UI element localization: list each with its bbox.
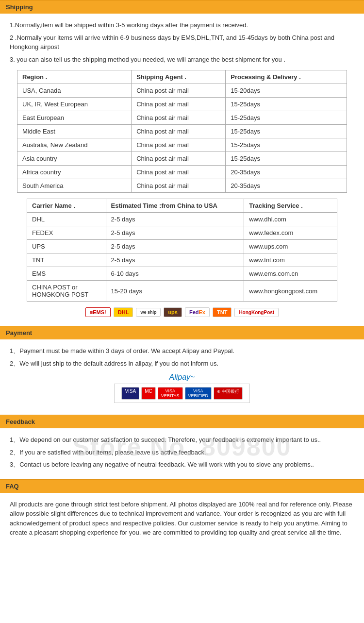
shipping-cell: 20-35days [226,179,347,193]
shipping-cell: USA, Canada [17,84,132,98]
shipping-cell: China post air mail [132,179,226,193]
feedback-title: Feedback [6,418,35,425]
col-tracking: Tracking Service . [244,199,337,213]
carrier-row: CHINA POST or HONGKONG POST15-20 dayswww… [27,281,337,302]
veritas-logo: VISAVERITAS [158,387,183,400]
carrier-cell: 15-20 days [106,281,244,302]
faq-text: All products are gone through strict tes… [10,500,354,538]
tnt-logo: TNT [213,307,232,317]
shipping-row: Asia countryChina post air mail15-25days [17,152,347,166]
shipping-cell: 20-35days [226,166,347,179]
col-delivery: Processing & Delivery . [226,70,347,84]
carrier-cell: UPS [27,240,106,253]
carrier-cell: 2-5 days [106,253,244,267]
shipping-cell: China post air mail [132,98,226,111]
shipping-row: Middle EastChina post air mail15-25days [17,125,347,138]
shipping-row: Australia, New ZealandChina post air mai… [17,138,347,152]
carrier-row: DHL2-5 dayswww.dhl.com [27,213,337,226]
carrier-cell: TNT [27,253,106,267]
payment-header: Payment [0,326,364,339]
shipping-cell: UK, IR, West European [17,98,132,111]
shipping-cell: Australia, New Zealand [17,138,132,152]
carrier-cell: 2-5 days [106,226,244,240]
payment-bullet-1: 1、Payment must be made within 3 days of … [10,346,354,356]
shipping-cell: 15-25days [226,98,347,111]
shipping-cell: Africa country [17,166,132,179]
feedback-header: Feedback [0,415,364,428]
shipping-cell: 15-25days [226,125,347,138]
shipping-section: Shipping 1.Normally,item will be shipped… [0,0,364,326]
shipping-cell: Asia country [17,152,132,166]
shipping-bullet-3: 3. you can also tell us the shipping met… [10,55,354,65]
carrier-cell: EMS [27,267,106,281]
col-region: Region . [17,70,132,84]
carrier-cell: DHL [27,213,106,226]
carrier-cell: www.dhl.com [244,213,337,226]
feedback-content: Store No. 809800 1、We depend on our cust… [0,428,364,479]
shipping-cell: China post air mail [132,125,226,138]
ems-logo: ≡EMS! [85,307,111,317]
feedback-section: Feedback Store No. 809800 1、We depend on… [0,415,364,479]
carrier-cell: www.ems.com.cn [244,267,337,281]
shipping-title: Shipping [6,3,33,11]
payment-content: 1、Payment must be made within 3 days of … [0,339,364,415]
col-agent: Shipping Agent . [132,70,226,84]
shipping-row: East EuropeanChina post air mail15-25day… [17,111,347,125]
payment-bullet-2: 2、We will just ship to the default addre… [10,359,354,369]
carrier-table: Carrier Name . Estimated Time :from Chin… [27,199,337,302]
mastercard-logo: MC [141,387,156,400]
carrier-cell: 2-5 days [106,213,244,226]
shipping-cell: Middle East [17,125,132,138]
carrier-cell: 6-10 days [106,267,244,281]
icbc-logo: ⊕ 中国银行 [214,387,243,400]
alipay-title: Alipay~ [10,373,354,382]
carrier-cell: 2-5 days [106,240,244,253]
faq-content: All products are gone through strict tes… [0,493,364,547]
shipping-cell: China post air mail [132,138,226,152]
carrier-cell: www.ups.com [244,240,337,253]
carrier-cell: www.hongkongpost.com [244,281,337,302]
shipping-row: UK, IR, West EuropeanChina post air mail… [17,98,347,111]
feedback-bullet-1: 1、We depend on our customer satisfaction… [10,435,354,445]
shipping-row: Africa countryChina post air mail20-35da… [17,166,347,179]
shipping-cell: China post air mail [132,84,226,98]
payment-title: Payment [6,329,32,337]
feedback-bullet-3: 3、Contact us before leaving any negative… [10,460,354,470]
carrier-cell: CHINA POST or HONGKONG POST [27,281,106,302]
we-ship-logo: we ship [136,308,161,317]
alipay-logos: VISA MC VISAVERITAS VISAVERIFIED ⊕ 中国银行 [121,387,242,400]
faq-section: FAQ All products are gone through strict… [0,479,364,547]
carrier-cell: FEDEX [27,226,106,240]
carrier-cell: www.tnt.com [244,253,337,267]
faq-title: FAQ [6,483,19,490]
col-carrier: Carrier Name . [27,199,106,213]
shipping-content: 1.Normally,item will be shipped within 3… [0,14,364,326]
carrier-row: EMS6-10 dayswww.ems.com.cn [27,267,337,281]
carrier-logos: ≡EMS! DHL we ship ups FedEx TNT HongKong… [10,307,354,317]
hkpost-logo: HongKongPost [234,308,279,317]
payment-section: Payment 1、Payment must be made within 3 … [0,326,364,415]
faq-header: FAQ [0,479,364,493]
shipping-cell: China post air mail [132,111,226,125]
ups-logo: ups [164,307,182,317]
shipping-cell: 15-25days [226,111,347,125]
carrier-row: UPS2-5 dayswww.ups.com [27,240,337,253]
shipping-header: Shipping [0,0,364,14]
carrier-cell: www.fedex.com [244,226,337,240]
shipping-bullet-1: 1.Normally,item will be shipped within 3… [10,20,354,30]
shipping-cell: China post air mail [132,166,226,179]
shipping-cell: South America [17,179,132,193]
shipping-cell: 15-25days [226,138,347,152]
feedback-bullet-2: 2、If you are satisfied with our items, p… [10,448,354,457]
shipping-row: South AmericaChina post air mail20-35day… [17,179,347,193]
visa-logo: VISA [121,387,139,400]
shipping-cell: 15-25days [226,152,347,166]
shipping-cell: 15-20days [226,84,347,98]
shipping-table: Region . Shipping Agent . Processing & D… [17,70,347,193]
alipay-box: VISA MC VISAVERITAS VISAVERIFIED ⊕ 中国银行 [114,384,249,403]
shipping-bullet-2: 2 .Normally your items will arrive withi… [10,33,354,52]
shipping-row: USA, CanadaChina post air mail15-20days [17,84,347,98]
fedex-logo: FedEx [185,307,210,317]
dhl-logo: DHL [114,307,133,317]
verified-logo: VISAVERIFIED [185,387,212,400]
